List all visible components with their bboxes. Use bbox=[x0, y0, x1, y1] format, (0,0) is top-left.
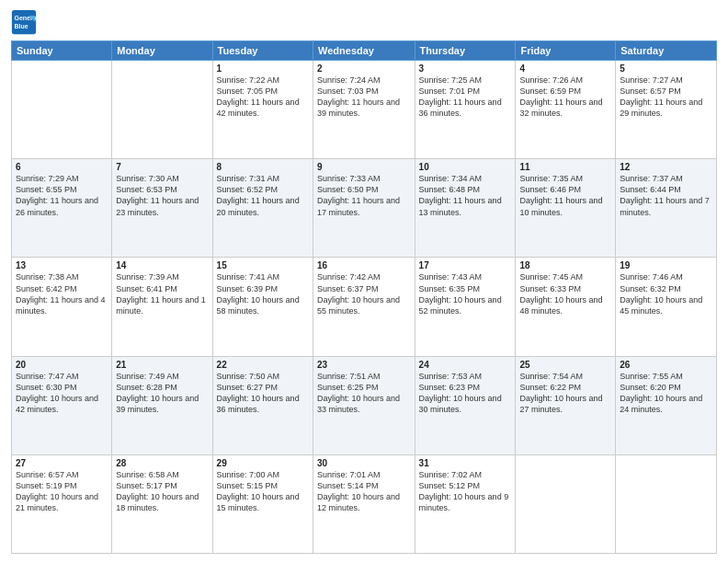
day-cell: 8Sunrise: 7:31 AMSunset: 6:52 PMDaylight… bbox=[212, 159, 313, 258]
day-number: 26 bbox=[620, 360, 712, 370]
day-number: 24 bbox=[419, 360, 512, 370]
day-cell: 1Sunrise: 7:22 AMSunset: 7:05 PMDaylight… bbox=[212, 61, 313, 159]
day-number: 31 bbox=[419, 458, 512, 468]
day-cell: 29Sunrise: 7:00 AMSunset: 5:15 PMDayligh… bbox=[212, 454, 313, 553]
day-info: Sunrise: 7:50 AMSunset: 6:27 PMDaylight:… bbox=[217, 371, 309, 416]
day-cell: 15Sunrise: 7:41 AMSunset: 6:39 PMDayligh… bbox=[212, 258, 313, 356]
day-cell bbox=[12, 61, 112, 159]
col-header-friday: Friday bbox=[516, 41, 616, 61]
day-cell: 6Sunrise: 7:29 AMSunset: 6:55 PMDaylight… bbox=[12, 159, 112, 258]
day-number: 3 bbox=[419, 63, 512, 74]
day-number: 25 bbox=[519, 360, 611, 370]
day-number: 8 bbox=[217, 162, 309, 172]
day-number: 6 bbox=[16, 162, 108, 172]
week-row-5: 27Sunrise: 6:57 AMSunset: 5:19 PMDayligh… bbox=[12, 454, 717, 553]
day-number: 28 bbox=[116, 458, 208, 468]
day-info: Sunrise: 7:31 AMSunset: 6:52 PMDaylight:… bbox=[217, 173, 309, 218]
day-cell: 21Sunrise: 7:49 AMSunset: 6:28 PMDayligh… bbox=[112, 356, 212, 454]
day-cell: 25Sunrise: 7:54 AMSunset: 6:22 PMDayligh… bbox=[516, 356, 616, 454]
header: General Blue bbox=[11, 9, 717, 35]
col-header-wednesday: Wednesday bbox=[313, 41, 415, 61]
day-info: Sunrise: 7:24 AMSunset: 7:03 PMDaylight:… bbox=[317, 75, 411, 120]
day-cell: 26Sunrise: 7:55 AMSunset: 6:20 PMDayligh… bbox=[616, 356, 717, 454]
day-info: Sunrise: 7:54 AMSunset: 6:22 PMDaylight:… bbox=[519, 371, 611, 416]
day-cell: 30Sunrise: 7:01 AMSunset: 5:14 PMDayligh… bbox=[313, 454, 415, 553]
week-row-4: 20Sunrise: 7:47 AMSunset: 6:30 PMDayligh… bbox=[12, 356, 717, 454]
day-cell bbox=[616, 454, 717, 553]
day-info: Sunrise: 7:55 AMSunset: 6:20 PMDaylight:… bbox=[620, 371, 712, 416]
day-number: 15 bbox=[217, 260, 309, 270]
day-number: 5 bbox=[620, 63, 712, 74]
day-number: 30 bbox=[317, 458, 411, 468]
day-cell: 14Sunrise: 7:39 AMSunset: 6:41 PMDayligh… bbox=[112, 258, 212, 356]
day-number: 2 bbox=[317, 63, 411, 74]
day-info: Sunrise: 7:41 AMSunset: 6:39 PMDaylight:… bbox=[217, 271, 309, 316]
day-number: 11 bbox=[519, 162, 611, 172]
day-info: Sunrise: 7:34 AMSunset: 6:48 PMDaylight:… bbox=[419, 173, 512, 218]
day-info: Sunrise: 7:25 AMSunset: 7:01 PMDaylight:… bbox=[419, 75, 512, 120]
day-info: Sunrise: 7:35 AMSunset: 6:46 PMDaylight:… bbox=[519, 173, 611, 218]
day-number: 19 bbox=[620, 260, 712, 270]
day-info: Sunrise: 7:29 AMSunset: 6:55 PMDaylight:… bbox=[16, 173, 108, 218]
day-cell bbox=[112, 61, 212, 159]
day-info: Sunrise: 7:02 AMSunset: 5:12 PMDaylight:… bbox=[419, 469, 512, 514]
header-row: SundayMondayTuesdayWednesdayThursdayFrid… bbox=[12, 41, 717, 61]
day-number: 13 bbox=[16, 260, 108, 270]
day-number: 29 bbox=[217, 458, 309, 468]
day-number: 10 bbox=[419, 162, 512, 172]
week-row-1: 1Sunrise: 7:22 AMSunset: 7:05 PMDaylight… bbox=[12, 61, 717, 159]
day-info: Sunrise: 7:51 AMSunset: 6:25 PMDaylight:… bbox=[317, 371, 411, 416]
day-number: 21 bbox=[116, 360, 208, 370]
svg-rect-0 bbox=[12, 10, 36, 34]
day-number: 1 bbox=[217, 63, 309, 74]
day-number: 17 bbox=[419, 260, 512, 270]
day-cell: 20Sunrise: 7:47 AMSunset: 6:30 PMDayligh… bbox=[12, 356, 112, 454]
day-number: 20 bbox=[16, 360, 108, 370]
day-info: Sunrise: 7:39 AMSunset: 6:41 PMDaylight:… bbox=[116, 271, 208, 316]
day-info: Sunrise: 7:00 AMSunset: 5:15 PMDaylight:… bbox=[217, 469, 309, 514]
day-info: Sunrise: 7:26 AMSunset: 6:59 PMDaylight:… bbox=[519, 75, 611, 120]
day-info: Sunrise: 7:42 AMSunset: 6:37 PMDaylight:… bbox=[317, 271, 411, 316]
day-info: Sunrise: 7:27 AMSunset: 6:57 PMDaylight:… bbox=[620, 75, 712, 120]
day-cell: 17Sunrise: 7:43 AMSunset: 6:35 PMDayligh… bbox=[415, 258, 516, 356]
day-cell: 10Sunrise: 7:34 AMSunset: 6:48 PMDayligh… bbox=[415, 159, 516, 258]
day-cell: 22Sunrise: 7:50 AMSunset: 6:27 PMDayligh… bbox=[212, 356, 313, 454]
day-info: Sunrise: 7:01 AMSunset: 5:14 PMDaylight:… bbox=[317, 469, 411, 514]
col-header-saturday: Saturday bbox=[616, 41, 717, 61]
day-info: Sunrise: 7:46 AMSunset: 6:32 PMDaylight:… bbox=[620, 271, 712, 316]
day-cell: 9Sunrise: 7:33 AMSunset: 6:50 PMDaylight… bbox=[313, 159, 415, 258]
day-cell: 27Sunrise: 6:57 AMSunset: 5:19 PMDayligh… bbox=[12, 454, 112, 553]
day-info: Sunrise: 7:49 AMSunset: 6:28 PMDaylight:… bbox=[116, 371, 208, 416]
day-cell bbox=[516, 454, 616, 553]
day-number: 22 bbox=[217, 360, 309, 370]
col-header-monday: Monday bbox=[112, 41, 212, 61]
col-header-tuesday: Tuesday bbox=[212, 41, 313, 61]
logo: General Blue bbox=[11, 9, 40, 35]
day-info: Sunrise: 7:22 AMSunset: 7:05 PMDaylight:… bbox=[217, 75, 309, 120]
day-cell: 7Sunrise: 7:30 AMSunset: 6:53 PMDaylight… bbox=[112, 159, 212, 258]
day-info: Sunrise: 7:53 AMSunset: 6:23 PMDaylight:… bbox=[419, 371, 512, 416]
day-cell: 23Sunrise: 7:51 AMSunset: 6:25 PMDayligh… bbox=[313, 356, 415, 454]
day-number: 27 bbox=[16, 458, 108, 468]
day-cell: 2Sunrise: 7:24 AMSunset: 7:03 PMDaylight… bbox=[313, 61, 415, 159]
day-info: Sunrise: 7:45 AMSunset: 6:33 PMDaylight:… bbox=[519, 271, 611, 316]
day-info: Sunrise: 6:58 AMSunset: 5:17 PMDaylight:… bbox=[116, 469, 208, 514]
day-number: 16 bbox=[317, 260, 411, 270]
day-cell: 11Sunrise: 7:35 AMSunset: 6:46 PMDayligh… bbox=[516, 159, 616, 258]
col-header-sunday: Sunday bbox=[12, 41, 112, 61]
day-cell: 19Sunrise: 7:46 AMSunset: 6:32 PMDayligh… bbox=[616, 258, 717, 356]
day-number: 18 bbox=[519, 260, 611, 270]
day-number: 14 bbox=[116, 260, 208, 270]
day-info: Sunrise: 7:37 AMSunset: 6:44 PMDaylight:… bbox=[620, 173, 712, 218]
svg-text:Blue: Blue bbox=[15, 23, 28, 29]
day-cell: 5Sunrise: 7:27 AMSunset: 6:57 PMDaylight… bbox=[616, 61, 717, 159]
day-cell: 16Sunrise: 7:42 AMSunset: 6:37 PMDayligh… bbox=[313, 258, 415, 356]
day-cell: 4Sunrise: 7:26 AMSunset: 6:59 PMDaylight… bbox=[516, 61, 616, 159]
day-info: Sunrise: 7:47 AMSunset: 6:30 PMDaylight:… bbox=[16, 371, 108, 416]
day-number: 4 bbox=[519, 63, 611, 74]
day-number: 23 bbox=[317, 360, 411, 370]
day-number: 9 bbox=[317, 162, 411, 172]
week-row-3: 13Sunrise: 7:38 AMSunset: 6:42 PMDayligh… bbox=[12, 258, 717, 356]
day-cell: 12Sunrise: 7:37 AMSunset: 6:44 PMDayligh… bbox=[616, 159, 717, 258]
day-number: 7 bbox=[116, 162, 208, 172]
